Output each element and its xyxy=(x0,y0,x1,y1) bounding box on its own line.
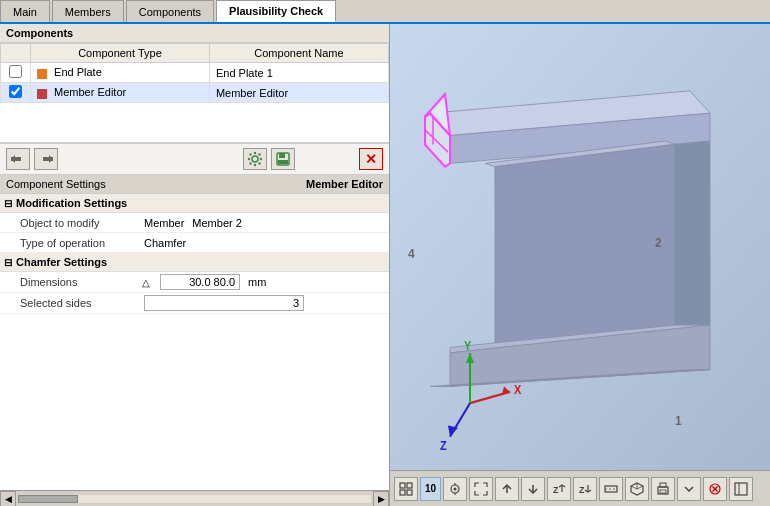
vp-view-button[interactable] xyxy=(443,477,467,501)
svg-text:2: 2 xyxy=(655,235,662,250)
svg-point-54 xyxy=(454,487,457,490)
svg-rect-50 xyxy=(407,483,412,488)
viewport-toolbar: 10 xyxy=(390,470,770,506)
model-svg: 4 2 1 X Y Z xyxy=(390,24,770,470)
move-right-button[interactable] xyxy=(34,148,58,170)
svg-marker-3 xyxy=(49,155,53,163)
triangle-icon: △ xyxy=(142,277,150,288)
bottom-scrollbar[interactable]: ◀ ▶ xyxy=(0,490,389,506)
settings-header: Component Settings Member Editor xyxy=(0,175,389,194)
color-box-member-editor xyxy=(37,89,47,99)
dimensions-input[interactable] xyxy=(160,274,240,290)
prop-label-object: Object to modify xyxy=(0,215,140,231)
svg-rect-71 xyxy=(660,490,666,493)
vp-zoom-in-button[interactable] xyxy=(495,477,519,501)
prop-label-selected-sides: Selected sides xyxy=(0,295,140,311)
modification-settings-group[interactable]: ⊟ Modification Settings xyxy=(0,194,389,213)
save-button[interactable] xyxy=(271,148,295,170)
vp-layout-button[interactable] xyxy=(394,477,418,501)
vp-zoom-out-button[interactable] xyxy=(521,477,545,501)
vp-z-up-button[interactable]: Z xyxy=(547,477,571,501)
svg-text:X: X xyxy=(514,383,522,397)
prop-value-object: Member Member 2 xyxy=(140,215,389,231)
vp-panel-button[interactable] xyxy=(729,477,753,501)
color-box-end-plate xyxy=(37,69,47,79)
left-panel: Components Component Type Component Name xyxy=(0,24,390,506)
row2-checkbox[interactable] xyxy=(1,83,31,103)
prop-value-selected-sides xyxy=(140,293,389,313)
dimensions-unit: mm xyxy=(248,276,266,288)
delete-button[interactable]: ✕ xyxy=(359,148,383,170)
row2-name: Member Editor xyxy=(209,83,388,103)
vp-number-badge[interactable]: 10 xyxy=(420,477,441,501)
chamfer-settings-label: Chamfer Settings xyxy=(16,256,107,268)
prop-row-object-to-modify: Object to modify Member Member 2 xyxy=(0,213,389,233)
svg-text:Z: Z xyxy=(553,485,559,495)
tab-components[interactable]: Components xyxy=(126,0,214,22)
svg-point-8 xyxy=(260,158,262,160)
prop-value-dimensions: mm xyxy=(156,272,389,292)
settings-panel: Component Settings Member Editor ⊟ Modif… xyxy=(0,175,389,490)
vp-z-down-button[interactable]: Z xyxy=(573,477,597,501)
settings-button[interactable] xyxy=(243,148,267,170)
row2-type: Member Editor xyxy=(31,83,210,103)
table-row[interactable]: Member Editor Member Editor xyxy=(1,83,389,103)
vp-fit-button[interactable] xyxy=(469,477,493,501)
svg-marker-28 xyxy=(675,141,710,325)
svg-rect-70 xyxy=(660,483,666,487)
col-component-type: Component Type xyxy=(31,44,210,63)
vp-print-button[interactable] xyxy=(651,477,675,501)
vp-box-button[interactable] xyxy=(625,477,649,501)
selected-sides-input[interactable] xyxy=(144,295,304,311)
row1-checkbox[interactable] xyxy=(1,63,31,83)
components-toolbar: ✕ xyxy=(0,143,389,175)
svg-text:Z: Z xyxy=(440,438,447,452)
object-value-1: Member xyxy=(144,217,184,229)
checkbox-end-plate[interactable] xyxy=(9,65,22,78)
svg-marker-27 xyxy=(495,144,675,347)
chamfer-settings-group[interactable]: ⊟ Chamfer Settings xyxy=(0,253,389,272)
svg-text:1: 1 xyxy=(675,414,682,429)
object-value-2: Member 2 xyxy=(192,217,242,229)
svg-point-9 xyxy=(249,153,251,155)
scroll-track[interactable] xyxy=(18,495,371,503)
svg-line-67 xyxy=(637,486,643,489)
row1-type: End Plate xyxy=(31,63,210,83)
svg-marker-1 xyxy=(11,155,15,163)
vp-more-button[interactable] xyxy=(677,477,701,501)
vp-plane-button[interactable] xyxy=(599,477,623,501)
svg-rect-75 xyxy=(735,483,747,495)
settings-header-label: Component Settings xyxy=(6,178,106,190)
svg-rect-52 xyxy=(407,490,412,495)
svg-rect-51 xyxy=(400,490,405,495)
tab-members[interactable]: Members xyxy=(52,0,124,22)
tab-main[interactable]: Main xyxy=(0,0,50,22)
col-check xyxy=(1,44,31,63)
tab-plausibility-check[interactable]: Plausibility Check xyxy=(216,0,336,22)
collapse-icon-mod: ⊟ xyxy=(4,198,12,209)
svg-text:Z: Z xyxy=(579,485,585,495)
prop-row-dimensions: Dimensions △ mm xyxy=(0,272,389,293)
svg-point-10 xyxy=(258,162,260,164)
vp-close-button[interactable] xyxy=(703,477,727,501)
prop-label-dimensions: Dimensions xyxy=(0,274,140,290)
viewport-panel: Top Front Side xyxy=(390,24,770,506)
svg-point-12 xyxy=(258,153,260,155)
svg-line-68 xyxy=(631,486,637,489)
svg-point-6 xyxy=(254,164,256,166)
svg-text:4: 4 xyxy=(408,247,415,262)
scroll-thumb xyxy=(18,495,78,503)
collapse-icon-chamfer: ⊟ xyxy=(4,257,12,268)
table-row[interactable]: End Plate End Plate 1 xyxy=(1,63,389,83)
modification-settings-label: Modification Settings xyxy=(16,197,127,209)
checkbox-member-editor[interactable] xyxy=(9,85,22,98)
move-left-button[interactable] xyxy=(6,148,30,170)
viewport-3d[interactable]: Top Front Side xyxy=(390,24,770,470)
scroll-left-button[interactable]: ◀ xyxy=(0,491,16,507)
svg-point-7 xyxy=(248,158,250,160)
scroll-right-button[interactable]: ▶ xyxy=(373,491,389,507)
settings-header-value: Member Editor xyxy=(306,178,383,190)
type-op-value: Chamfer xyxy=(144,237,186,249)
svg-rect-49 xyxy=(400,483,405,488)
svg-point-11 xyxy=(249,162,251,164)
